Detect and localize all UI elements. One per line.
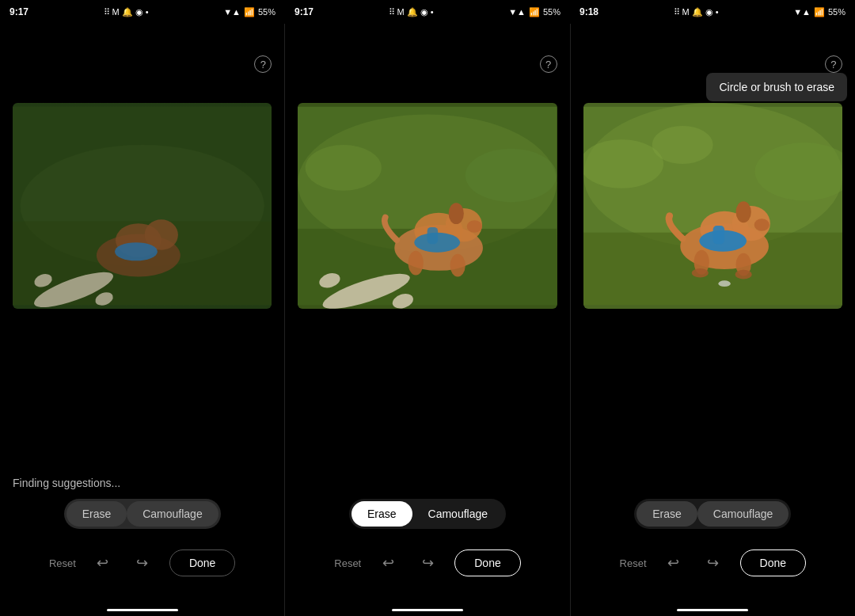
chip-row-3: Erase Camouflage — [634, 499, 791, 529]
time-3: 9:18 — [580, 6, 598, 17]
time-2: 9:17 — [294, 6, 314, 17]
location-icon-2: ◉ — [420, 7, 428, 17]
location-icon-3: ◉ — [705, 7, 713, 17]
svg-point-27 — [450, 254, 466, 277]
svg-point-44 — [735, 270, 751, 279]
bell-icon-1: 🔔 — [122, 7, 133, 17]
dot-icon-3: • — [716, 7, 719, 17]
wifi-icon-1: ▼▲ — [223, 7, 241, 17]
photo-3[interactable] — [583, 103, 842, 309]
redo-icon-2[interactable]: ↪ — [415, 550, 440, 576]
photo-2[interactable] — [298, 103, 557, 309]
finding-suggestions-text: Finding suggestions... — [0, 477, 120, 489]
mail-icon-3: M — [682, 7, 690, 17]
wifi-icon-2: ▼▲ — [508, 7, 526, 17]
svg-point-38 — [735, 201, 750, 222]
svg-rect-22 — [428, 227, 438, 244]
panel-1: ? — [0, 24, 285, 616]
erase-chip-2[interactable]: Erase — [352, 501, 412, 527]
svg-point-14 — [306, 145, 382, 191]
svg-point-43 — [691, 268, 708, 278]
svg-point-26 — [408, 251, 424, 276]
mail-icon-2: M — [397, 7, 405, 17]
undo-icon-3[interactable]: ↩ — [661, 550, 686, 576]
status-bar-1: 9:17 ⠿ M 🔔 ◉ • ▼▲ 📶 55% — [0, 0, 285, 24]
done-button-2[interactable]: Done — [454, 549, 520, 576]
undo-icon-1[interactable]: ↩ — [90, 550, 116, 576]
bell-icon-2: 🔔 — [407, 7, 418, 17]
reset-label-3[interactable]: Reset — [620, 557, 647, 569]
help-icon-2[interactable]: ? — [540, 55, 557, 73]
svg-point-20 — [449, 203, 464, 224]
dot-icon-1: • — [146, 7, 149, 17]
svg-point-45 — [718, 280, 730, 287]
undo-icon-2[interactable]: ↩ — [375, 550, 401, 576]
camouflage-chip-2[interactable]: Camouflage — [412, 501, 504, 527]
question-mark-1: ? — [260, 59, 266, 70]
status-bar-2: 9:17 ⠿ M 🔔 ◉ • ▼▲ 📶 55% — [285, 0, 570, 24]
reset-label-1[interactable]: Reset — [49, 557, 76, 569]
nav-line-2 — [392, 609, 463, 611]
center-icons-2: ⠿ M 🔔 ◉ • — [389, 7, 434, 17]
svg-point-19 — [467, 220, 482, 232]
grid-icon-3: ⠿ — [674, 7, 680, 17]
tooltip-text-3: Circle or brush to erase — [719, 81, 834, 93]
svg-point-33 — [652, 126, 712, 164]
chip-row-2: Erase Camouflage — [349, 499, 506, 529]
help-icon-1[interactable]: ? — [254, 55, 272, 73]
panel-3: ? Circle or brush to erase — [571, 24, 855, 616]
grid-icon-2: ⠿ — [389, 7, 395, 17]
redo-icon-1[interactable]: ↪ — [130, 550, 155, 576]
center-icons-3: ⠿ M 🔔 ◉ • — [674, 7, 719, 17]
svg-rect-40 — [712, 226, 724, 244]
svg-point-37 — [754, 219, 769, 230]
photo-1[interactable] — [13, 103, 272, 309]
wifi-icon-3: ▼▲ — [793, 7, 811, 17]
status-icons-1: ▼▲ 📶 55% — [223, 7, 276, 17]
erase-chip-1[interactable]: Erase — [66, 501, 127, 527]
question-mark-2: ? — [545, 59, 551, 70]
erase-chip-3[interactable]: Erase — [636, 501, 697, 527]
toolbar-2: Reset ↩ ↪ Done — [334, 549, 520, 576]
nav-line-3 — [677, 609, 748, 611]
svg-point-31 — [583, 139, 663, 188]
grid-icon-1: ⠿ — [104, 7, 110, 17]
status-icons-3: ▼▲ 📶 55% — [793, 7, 846, 17]
svg-point-15 — [466, 149, 557, 202]
mail-icon-1: M — [112, 7, 120, 17]
battery-2: 55% — [543, 7, 560, 17]
camouflage-chip-3[interactable]: Camouflage — [697, 501, 789, 527]
reset-label-2[interactable]: Reset — [334, 557, 361, 569]
panel-2: ? — [285, 24, 570, 616]
panels-container: ? — [0, 0, 855, 616]
svg-point-7 — [115, 242, 158, 260]
signal-icon-2: 📶 — [529, 7, 540, 17]
center-icons-1: ⠿ M 🔔 ◉ • — [104, 7, 149, 17]
camouflage-chip-1[interactable]: Camouflage — [127, 501, 218, 527]
question-mark-3: ? — [830, 59, 836, 70]
redo-icon-3[interactable]: ↪ — [701, 550, 726, 576]
toolbar-3: Reset ↩ ↪ Done — [620, 549, 806, 576]
battery-3: 55% — [828, 7, 846, 17]
done-button-3[interactable]: Done — [740, 549, 806, 576]
toolbar-1: Reset ↩ ↪ Done — [49, 549, 235, 576]
nav-line-1 — [107, 609, 178, 611]
chip-row-1: Erase Camouflage — [64, 499, 221, 529]
location-icon-1: ◉ — [135, 7, 143, 17]
done-button-1[interactable]: Done — [169, 549, 235, 576]
help-icon-3[interactable]: ? — [825, 55, 842, 73]
tooltip-3: Circle or brush to erase — [706, 73, 847, 101]
signal-icon-1: 📶 — [244, 7, 255, 17]
dot-icon-2: • — [431, 7, 434, 17]
bell-icon-3: 🔔 — [692, 7, 703, 17]
signal-icon-3: 📶 — [814, 7, 825, 17]
battery-1: 55% — [258, 7, 276, 17]
status-icons-2: ▼▲ 📶 55% — [508, 7, 560, 17]
status-bar-3: 9:18 ⠿ M 🔔 ◉ • ▼▲ 📶 55% — [570, 0, 855, 24]
time-1: 9:17 — [10, 6, 28, 17]
status-bars: 9:17 ⠿ M 🔔 ◉ • ▼▲ 📶 55% 9:17 ⠿ M 🔔 ◉ • ▼… — [0, 0, 855, 24]
